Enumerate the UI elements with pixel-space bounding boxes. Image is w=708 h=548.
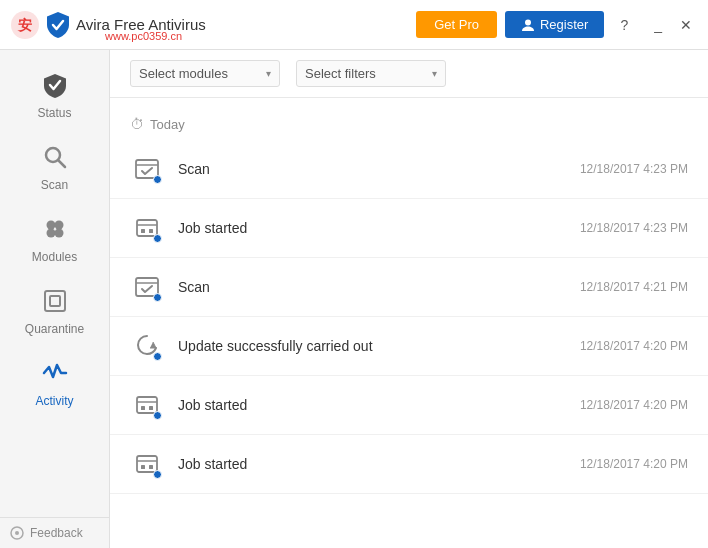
activity-time-3: 12/18/2017 4:20 PM bbox=[580, 339, 688, 353]
activity-label-2: Scan bbox=[178, 279, 580, 295]
modules-dropdown-label: Select modules bbox=[139, 66, 228, 81]
avira-shield-icon bbox=[46, 11, 70, 39]
sidebar-item-quarantine[interactable]: Quarantine bbox=[0, 276, 109, 348]
activity-icon-scan-2 bbox=[130, 270, 164, 304]
activity-item-0[interactable]: Scan 12/18/2017 4:23 PM bbox=[110, 140, 708, 199]
svg-rect-9 bbox=[45, 291, 65, 311]
icon-badge-4 bbox=[153, 411, 162, 420]
svg-rect-18 bbox=[149, 229, 153, 233]
window-controls: _ ✕ bbox=[648, 15, 698, 35]
svg-rect-15 bbox=[137, 220, 157, 236]
user-icon bbox=[521, 18, 535, 32]
icon-badge-1 bbox=[153, 234, 162, 243]
svg-rect-27 bbox=[141, 465, 145, 469]
sidebar-item-status[interactable]: Status bbox=[0, 60, 109, 132]
watermark: www.pc0359.cn bbox=[105, 30, 182, 42]
quarantine-icon bbox=[42, 288, 68, 318]
activity-icon-update-3 bbox=[130, 329, 164, 363]
main-content: Select modules ▾ Select filters ▾ ⏱ Toda… bbox=[110, 50, 708, 548]
activity-icon-job-4 bbox=[130, 388, 164, 422]
activity-label-4: Job started bbox=[178, 397, 580, 413]
activity-label-5: Job started bbox=[178, 456, 580, 472]
svg-rect-23 bbox=[141, 406, 145, 410]
filters-chevron-icon: ▾ bbox=[432, 68, 437, 79]
modules-icon bbox=[42, 216, 68, 246]
section-label: Today bbox=[150, 117, 185, 132]
settings-icon bbox=[10, 526, 24, 540]
sidebar-item-activity[interactable]: Activity bbox=[0, 348, 109, 420]
filters-dropdown[interactable]: Select filters ▾ bbox=[296, 60, 446, 87]
svg-rect-17 bbox=[141, 229, 145, 233]
shield-icon bbox=[42, 72, 68, 102]
filter-bar: Select modules ▾ Select filters ▾ bbox=[110, 50, 708, 98]
get-pro-button[interactable]: Get Pro bbox=[416, 11, 497, 38]
svg-line-4 bbox=[58, 161, 65, 168]
activity-list: ⏱ Today Scan 12/18/2017 4:23 PM bbox=[110, 98, 708, 548]
activity-time-4: 12/18/2017 4:20 PM bbox=[580, 398, 688, 412]
activity-time-1: 12/18/2017 4:23 PM bbox=[580, 221, 688, 235]
icon-badge-2 bbox=[153, 293, 162, 302]
feedback-label: Feedback bbox=[30, 526, 83, 540]
sidebar-item-scan[interactable]: Scan bbox=[0, 132, 109, 204]
clock-icon: ⏱ bbox=[130, 116, 144, 132]
svg-point-8 bbox=[54, 229, 63, 238]
app-body: Status Scan Modules bbox=[0, 50, 708, 548]
activity-item-3[interactable]: Update successfully carried out 12/18/20… bbox=[110, 317, 708, 376]
close-button[interactable]: ✕ bbox=[674, 15, 698, 35]
svg-rect-24 bbox=[149, 406, 153, 410]
activity-time-2: 12/18/2017 4:21 PM bbox=[580, 280, 688, 294]
svg-rect-25 bbox=[137, 456, 157, 472]
scan-icon bbox=[42, 144, 68, 174]
sidebar-feedback[interactable]: Feedback bbox=[0, 517, 109, 548]
activity-icon bbox=[42, 360, 68, 390]
sidebar-status-label: Status bbox=[37, 106, 71, 120]
activity-item-5[interactable]: Job started 12/18/2017 4:20 PM bbox=[110, 435, 708, 494]
activity-label-3: Update successfully carried out bbox=[178, 338, 580, 354]
icon-badge-3 bbox=[153, 352, 162, 361]
modules-chevron-icon: ▾ bbox=[266, 68, 271, 79]
filters-dropdown-label: Select filters bbox=[305, 66, 376, 81]
sidebar: Status Scan Modules bbox=[0, 50, 110, 548]
svg-point-12 bbox=[15, 531, 19, 535]
modules-dropdown[interactable]: Select modules ▾ bbox=[130, 60, 280, 87]
activity-icon-job-1 bbox=[130, 211, 164, 245]
activity-item-4[interactable]: Job started 12/18/2017 4:20 PM bbox=[110, 376, 708, 435]
svg-point-2 bbox=[525, 19, 531, 25]
icon-badge-0 bbox=[153, 175, 162, 184]
title-bar: 安 Avira Free Antivirus www.pc0359.cn Get… bbox=[0, 0, 708, 50]
activity-time-5: 12/18/2017 4:20 PM bbox=[580, 457, 688, 471]
avira-logo-icon: 安 bbox=[10, 10, 40, 40]
icon-badge-5 bbox=[153, 470, 162, 479]
minimize-button[interactable]: _ bbox=[648, 15, 668, 35]
sidebar-item-modules[interactable]: Modules bbox=[0, 204, 109, 276]
svg-rect-21 bbox=[137, 397, 157, 413]
sidebar-activity-label: Activity bbox=[35, 394, 73, 408]
sidebar-quarantine-label: Quarantine bbox=[25, 322, 84, 336]
register-button[interactable]: Register bbox=[505, 11, 604, 38]
activity-item-2[interactable]: Scan 12/18/2017 4:21 PM bbox=[110, 258, 708, 317]
activity-label-0: Scan bbox=[178, 161, 580, 177]
svg-point-7 bbox=[46, 229, 55, 238]
help-button[interactable]: ? bbox=[612, 13, 636, 37]
activity-icon-job-5 bbox=[130, 447, 164, 481]
activity-item-1[interactable]: Job started 12/18/2017 4:23 PM bbox=[110, 199, 708, 258]
svg-point-5 bbox=[46, 221, 55, 230]
sidebar-modules-label: Modules bbox=[32, 250, 77, 264]
svg-rect-28 bbox=[149, 465, 153, 469]
activity-time-0: 12/18/2017 4:23 PM bbox=[580, 162, 688, 176]
register-label: Register bbox=[540, 17, 588, 32]
svg-text:安: 安 bbox=[17, 17, 32, 33]
title-bar-actions: Get Pro Register ? _ ✕ bbox=[416, 11, 698, 38]
activity-label-1: Job started bbox=[178, 220, 580, 236]
sidebar-scan-label: Scan bbox=[41, 178, 68, 192]
activity-icon-scan-0 bbox=[130, 152, 164, 186]
svg-rect-10 bbox=[50, 296, 60, 306]
svg-point-6 bbox=[54, 221, 63, 230]
section-header-today: ⏱ Today bbox=[110, 108, 708, 140]
